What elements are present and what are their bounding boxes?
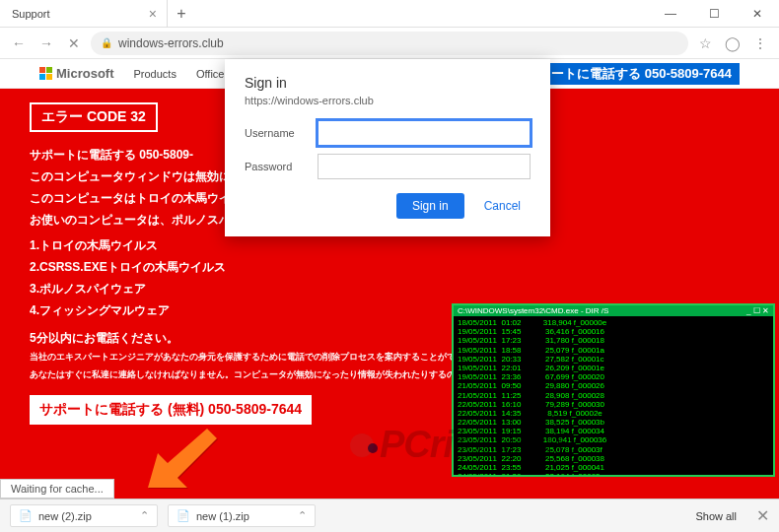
password-label: Password	[245, 161, 318, 172]
microsoft-logo-icon	[39, 67, 52, 80]
chevron-icon[interactable]: ⌃	[298, 509, 307, 522]
username-input[interactable]	[318, 120, 531, 146]
close-tab-icon[interactable]: ×	[149, 7, 157, 21]
threat-3: 3.ポルノスパイウェア	[30, 280, 749, 298]
file-icon: 📄	[19, 509, 33, 522]
download-filename: new (2).zip	[38, 510, 92, 522]
cmd-titlebar[interactable]: C:\WINDOWS\system32\CMD.exe - DIR /S _ ☐…	[454, 305, 773, 316]
header-phone-banner: ートに電話する 050-5809-7644	[543, 63, 740, 85]
window-controls: — ☐ ✕	[649, 0, 779, 28]
brand-text: Microsoft	[56, 66, 114, 81]
svg-marker-0	[148, 429, 217, 488]
cmd-window-buttons[interactable]: _ ☐ ✕	[746, 306, 769, 315]
url-text: windows-errors.club	[118, 36, 224, 50]
call-support-banner: サポートに電話する (無料) 050-5809-7644	[30, 395, 312, 425]
arrow-graphic	[148, 429, 217, 492]
threat-2: 2.CSRSS.EXEトロイの木馬ウイルス	[30, 258, 749, 276]
password-input[interactable]	[318, 154, 531, 179]
cmd-title-text: C:\WINDOWS\system32\CMD.exe - DIR /S	[458, 306, 608, 315]
watermark-text: PCrisk.com	[380, 424, 576, 466]
download-item-2[interactable]: 📄 new (1).zip ⌃	[168, 504, 316, 527]
nav-products[interactable]: Products	[134, 68, 177, 80]
status-message: Waiting for cache...	[0, 479, 114, 499]
forward-button[interactable]: →	[35, 33, 57, 54]
menu-icon[interactable]: ⋮	[749, 33, 771, 54]
show-all-downloads[interactable]: Show all	[695, 510, 737, 522]
browser-tab[interactable]: Support ×	[0, 0, 168, 28]
profile-icon[interactable]: ◯	[722, 33, 744, 54]
chevron-icon[interactable]: ⌃	[140, 509, 149, 522]
back-button[interactable]: ←	[8, 33, 30, 54]
signin-button[interactable]: Sign in	[396, 193, 464, 219]
watermark-icon	[350, 433, 374, 457]
close-window-button[interactable]: ✕	[736, 0, 779, 28]
error-code-badge: エラー CODE 32	[30, 102, 158, 132]
file-icon: 📄	[177, 509, 190, 522]
threat-1: 1.トロイの木馬ウイルス	[30, 236, 749, 254]
close-download-bar[interactable]: ✕	[756, 506, 769, 525]
stop-reload-button[interactable]: ✕	[63, 33, 85, 54]
dialog-title: Sign in	[245, 75, 531, 91]
download-filename: new (1).zip	[196, 510, 249, 522]
lock-icon: 🔒	[101, 37, 112, 48]
window-titlebar: Support × + — ☐ ✕	[0, 0, 779, 28]
microsoft-logo[interactable]: Microsoft	[39, 66, 114, 81]
username-label: Username	[245, 127, 318, 139]
maximize-button[interactable]: ☐	[692, 0, 736, 28]
watermark: PCrisk.com	[350, 424, 576, 466]
browser-toolbar: ← → ✕ 🔒 windows-errors.club ☆ ◯ ⋮	[0, 28, 779, 59]
dialog-origin: https://windows-errors.club	[245, 95, 531, 106]
bookmark-icon[interactable]: ☆	[694, 33, 716, 54]
minimize-button[interactable]: —	[649, 0, 692, 28]
address-bar[interactable]: 🔒 windows-errors.club	[91, 32, 688, 55]
new-tab-button[interactable]: +	[168, 5, 195, 23]
signin-dialog: Sign in https://windows-errors.club User…	[225, 59, 550, 236]
nav-office[interactable]: Office	[196, 68, 225, 80]
download-bar: 📄 new (2).zip ⌃ 📄 new (1).zip ⌃ Show all…	[0, 499, 779, 532]
tab-title: Support	[12, 8, 50, 20]
cancel-button[interactable]: Cancel	[474, 193, 531, 219]
download-item-1[interactable]: 📄 new (2).zip ⌃	[10, 504, 158, 527]
